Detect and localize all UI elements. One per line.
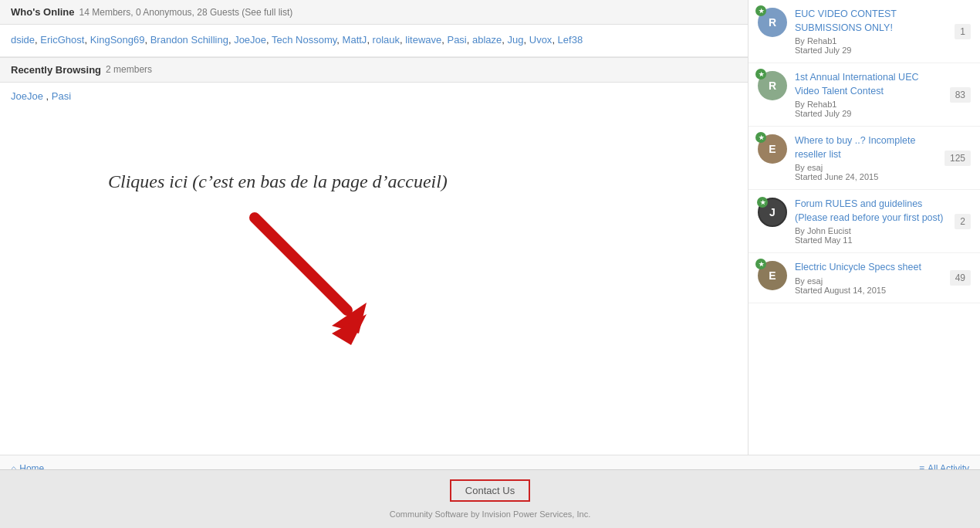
avatar: ★ E: [758, 261, 787, 290]
post-title-link[interactable]: Forum RULES and guidelines (Please read …: [795, 198, 943, 223]
footer-copyright: Community Software by Invision Power Ser…: [11, 509, 969, 519]
member-link[interactable]: dside: [11, 34, 35, 46]
sidebar-post-item: ★ J Forum RULES and guidelines (Please r…: [749, 190, 980, 253]
annotation-area: Cliques ici (c’est en bas de la page d’a…: [0, 110, 748, 372]
member-link[interactable]: Jug: [508, 34, 524, 46]
sidebar-content: 1st Annual International UEC Video Talen…: [795, 71, 942, 118]
post-title-link[interactable]: Where to buy ..? Incomplete reseller lis…: [795, 135, 915, 160]
avatar: ★ R: [758, 8, 787, 37]
left-content: Who's Online 14 Members, 0 Anonymous, 28…: [0, 0, 749, 528]
member-link[interactable]: EricGhost: [40, 34, 84, 46]
hot-icon: ★: [755, 69, 766, 80]
right-sidebar: ★ R EUC VIDEO CONTEST SUBMISSIONS ONLY! …: [749, 0, 980, 528]
member-link[interactable]: Uvox: [529, 34, 553, 46]
whos-online-title: Who's Online: [11, 6, 75, 18]
members-list: dside, EricGhost, KingSong69, Brandon Sc…: [0, 25, 748, 57]
member-link[interactable]: rolauk: [373, 34, 400, 46]
bottom-bar: Contact Us Community Software by Invisio…: [0, 469, 980, 528]
svg-line-0: [255, 218, 347, 310]
sidebar-content: Electric Unicycle Specs sheet By esaj St…: [795, 261, 942, 295]
member-link[interactable]: KingSong69: [90, 34, 145, 46]
post-meta: By John Eucist Started May 11: [795, 226, 947, 245]
whos-online-count: 14 Members, 0 Anonymous, 28 Guests (See …: [79, 7, 293, 18]
annotation-text: Cliques ici (c’est en bas de la page d’a…: [108, 171, 448, 192]
post-meta: By esaj Started August 14, 2015: [795, 276, 942, 295]
member-link[interactable]: JoeJoe: [234, 34, 266, 46]
sidebar-content: Where to buy ..? Incomplete reseller lis…: [795, 134, 937, 181]
member-link[interactable]: MattJ: [343, 34, 367, 46]
post-meta: By esaj Started June 24, 2015: [795, 163, 937, 181]
post-count: 83: [950, 87, 971, 103]
sidebar-post-item: ★ R 1st Annual International UEC Video T…: [749, 63, 980, 127]
contact-us-button[interactable]: Contact Us: [450, 479, 530, 502]
sidebar-post-item: ★ E Electric Unicycle Specs sheet By esa…: [749, 253, 980, 303]
sidebar-content: Forum RULES and guidelines (Please read …: [795, 198, 947, 245]
recently-browsing-count: 2 members: [106, 64, 152, 75]
red-arrow-icon: [231, 202, 401, 357]
member-link[interactable]: ablaze: [472, 34, 502, 46]
post-title-link[interactable]: 1st Annual International UEC Video Talen…: [795, 72, 919, 96]
recently-browsing-bar: Recently Browsing 2 members: [0, 57, 748, 83]
member-link[interactable]: Brandon Schilling: [150, 34, 228, 46]
post-count: 1: [955, 24, 971, 39]
post-count: 2: [955, 214, 971, 229]
avatar: ★ R: [758, 71, 787, 100]
post-meta: By Rehab1 Started July 29: [795, 100, 942, 118]
recently-browsing-title: Recently Browsing: [11, 64, 101, 76]
sidebar-post-item: ★ R EUC VIDEO CONTEST SUBMISSIONS ONLY! …: [749, 0, 980, 63]
post-title-link[interactable]: Electric Unicycle Specs sheet: [795, 262, 921, 272]
browsing-member-link[interactable]: Pasi: [52, 90, 71, 102]
hot-icon: ★: [755, 259, 766, 269]
browsing-members: JoeJoe , Pasi: [0, 83, 748, 110]
hot-icon: ★: [755, 5, 766, 16]
member-link[interactable]: Pasi: [447, 34, 466, 46]
member-link[interactable]: Tech Nossomy: [272, 34, 336, 46]
main-wrapper: Who's Online 14 Members, 0 Anonymous, 28…: [0, 0, 980, 528]
post-meta: By Rehab1 Started July 29: [795, 36, 947, 55]
whos-online-bar: Who's Online 14 Members, 0 Anonymous, 28…: [0, 0, 748, 25]
member-link[interactable]: Lef38: [558, 34, 583, 46]
sidebar-content: EUC VIDEO CONTEST SUBMISSIONS ONLY! By R…: [795, 8, 947, 55]
browsing-member-link[interactable]: JoeJoe: [11, 90, 43, 102]
post-count: 49: [950, 270, 971, 286]
post-title-link[interactable]: EUC VIDEO CONTEST SUBMISSIONS ONLY!: [795, 8, 897, 33]
sidebar-post-item: ★ E Where to buy ..? Incomplete reseller…: [749, 127, 980, 190]
hot-icon: ★: [755, 132, 766, 143]
hot-icon: ★: [757, 197, 768, 208]
avatar: ★ E: [758, 134, 787, 164]
avatar: ★ J: [758, 198, 787, 227]
member-link[interactable]: litewave: [405, 34, 441, 46]
post-count: 125: [945, 151, 971, 166]
